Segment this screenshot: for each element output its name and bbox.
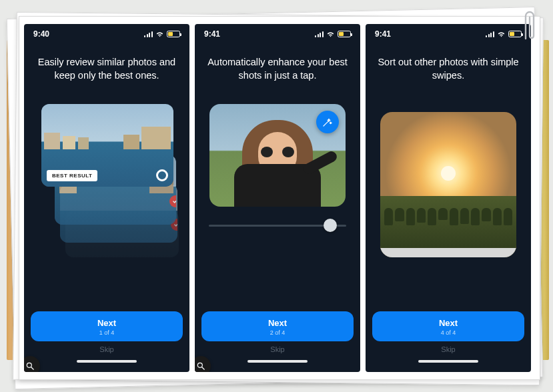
- battery-icon: [167, 31, 180, 37]
- select-ring-icon[interactable]: [156, 169, 168, 181]
- cellular-icon: [315, 31, 324, 37]
- magic-wand-icon: [322, 117, 333, 127]
- enhance-photo-card[interactable]: [209, 104, 346, 207]
- svg-point-0: [27, 363, 31, 367]
- onboarding-screen-1: 9:40 Easily review similar photos and ke…: [24, 24, 189, 372]
- svg-line-3: [202, 367, 205, 370]
- home-indicator: [418, 360, 478, 363]
- battery-icon: [338, 31, 351, 37]
- thumbnail-strip: [380, 248, 516, 257]
- next-button[interactable]: Next 1 of 4: [31, 311, 183, 341]
- status-indicators: [486, 31, 522, 37]
- svg-line-1: [31, 367, 34, 370]
- landscape-photo-card[interactable]: [380, 112, 516, 257]
- status-indicators: [315, 31, 351, 37]
- photo-stack: BEST RESULT: [41, 104, 172, 277]
- next-button[interactable]: Next 4 of 4: [372, 311, 524, 341]
- slider-thumb[interactable]: [324, 219, 337, 232]
- wifi-icon: [155, 31, 164, 37]
- onboarding-heading: Automatically enhance your best shots in…: [195, 44, 360, 92]
- status-time: 9:40: [33, 29, 49, 39]
- status-bar: 9:41: [366, 24, 531, 44]
- best-photo-card[interactable]: BEST RESULT: [41, 104, 173, 187]
- svg-point-2: [197, 363, 202, 367]
- battery-icon: [508, 31, 522, 37]
- skip-button[interactable]: Skip: [372, 345, 524, 356]
- wifi-icon: [326, 31, 335, 37]
- onboarding-screen-2: 9:41 Automatically enhance your best sho…: [195, 24, 360, 372]
- onboarding-screen-3: 9:41 Sort out other photos with simple s…: [366, 24, 531, 372]
- next-button-label: Next: [372, 318, 524, 328]
- onboarding-heading: Sort out other photos with simple swipes…: [366, 44, 531, 92]
- next-button-sub: 1 of 4: [31, 329, 183, 336]
- home-indicator: [247, 360, 308, 363]
- next-button-sub: 4 of 4: [372, 329, 524, 336]
- home-indicator: [77, 360, 137, 363]
- person-illustration: [234, 107, 321, 207]
- status-time: 9:41: [375, 29, 391, 39]
- next-button[interactable]: Next 2 of 4: [201, 311, 354, 341]
- next-button-label: Next: [201, 318, 354, 328]
- enhance-slider[interactable]: [209, 219, 346, 232]
- next-button-sub: 2 of 4: [201, 329, 354, 336]
- status-indicators: [144, 31, 180, 37]
- cellular-icon: [144, 31, 153, 37]
- wifi-icon: [497, 31, 506, 37]
- magnifier-icon: [196, 361, 205, 371]
- skip-button[interactable]: Skip: [201, 345, 354, 356]
- magnifier-icon: [25, 361, 35, 371]
- status-bar: 9:40: [24, 24, 189, 44]
- onboarding-heading: Easily review similar photos and keep on…: [24, 44, 189, 92]
- sun-illustration: [441, 166, 456, 181]
- cellular-icon: [486, 31, 494, 37]
- status-bar: 9:41: [195, 24, 360, 44]
- skip-button[interactable]: Skip: [31, 345, 183, 356]
- next-button-label: Next: [31, 318, 183, 328]
- paperclip-icon: [521, 7, 538, 45]
- enhance-button[interactable]: [316, 111, 339, 133]
- status-time: 9:41: [204, 29, 220, 39]
- best-result-badge: BEST RESULT: [47, 170, 97, 181]
